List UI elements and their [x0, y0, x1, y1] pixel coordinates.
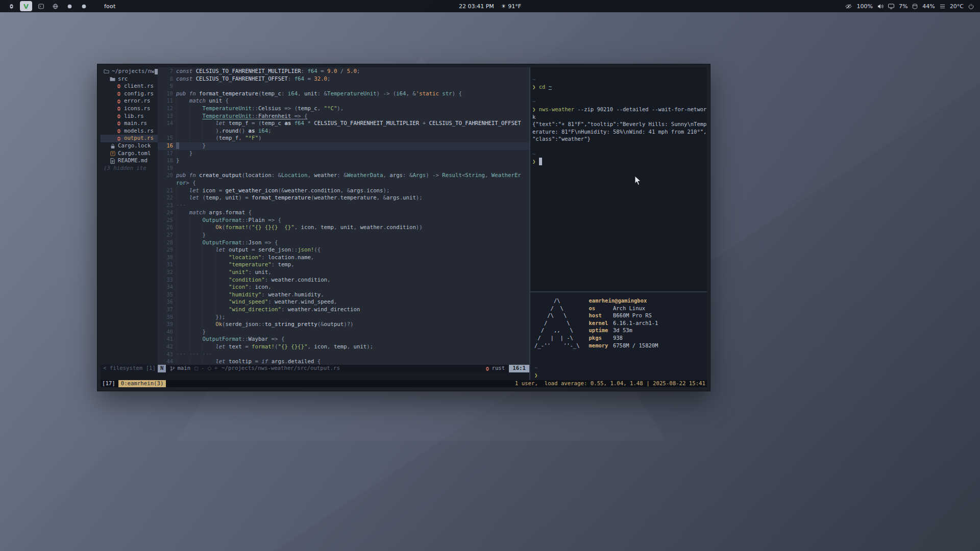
- code-line[interactable]: 27 }: [158, 232, 529, 239]
- rust-icon: [116, 129, 121, 134]
- gear-icon: [9, 4, 14, 9]
- code-line[interactable]: 21 let icon = get_weather_icon(&weather.…: [158, 187, 529, 195]
- code-line[interactable]: ror> {: [158, 180, 529, 187]
- tmux-window-tab[interactable]: 0:eamrhein(3): [118, 380, 166, 388]
- code-line[interactable]: 26 Ok(format!("{} {}{} {}", icon, temp, …: [158, 224, 529, 232]
- workspace-button[interactable]: [77, 0, 91, 12]
- fetch-title: eamrhein@gamingbox: [589, 297, 658, 305]
- code-line[interactable]: 36 "wind_speed": weather.wind_speed,: [158, 298, 529, 306]
- nvim-cmdline[interactable]: [101, 372, 529, 380]
- fetch-info: eamrhein@gamingboxosArch LinuxhostB660M …: [589, 297, 658, 349]
- tmux-statusbar: [17] 0:eamrhein(3) 1 user, load average:…: [101, 380, 707, 387]
- code-line[interactable]: 13 TemperatureUnit::Fahrenheit => {: [158, 113, 529, 120]
- editor-pane[interactable]: 7const CELSIUS_TO_FAHRENHEIT_MULTIPLIER:…: [158, 67, 529, 365]
- code-line[interactable]: 31 "temperature": temp,: [158, 261, 529, 269]
- eye-off-icon: [845, 4, 852, 9]
- tree-item[interactable]: src: [101, 76, 158, 83]
- code-line[interactable]: 40 }: [158, 329, 529, 336]
- code-line[interactable]: 43··· ··· ···: [158, 351, 529, 359]
- terminal-line: ~: [532, 151, 706, 158]
- weather-text: ☀ 91°F: [501, 3, 521, 10]
- code-line[interactable]: 39 Ok(serde_json::to_string_pretty(&outp…: [158, 321, 529, 329]
- code-line[interactable]: 41 OutputFormat::Waybar => {: [158, 336, 529, 343]
- code-line[interactable]: ).round() as i64;: [158, 128, 529, 135]
- shell-pane[interactable]: ~❯ cd ~~❯ nws-weather --zip 90210 --deta…: [530, 67, 707, 291]
- code-line[interactable]: 12 TemperatureUnit::Celsius => (temp_c, …: [158, 105, 529, 113]
- code-line[interactable]: 19: [158, 165, 529, 172]
- status-value: 44%: [922, 3, 935, 10]
- code-line[interactable]: 23···: [158, 202, 529, 210]
- terminal-line: ❯: [534, 371, 704, 379]
- code-line[interactable]: 9: [158, 83, 529, 90]
- code-line[interactable]: 7const CELSIUS_TO_FAHRENHEIT_MULTIPLIER:…: [158, 68, 529, 76]
- code-line[interactable]: 25 OutputFormat::Plain => {: [158, 217, 529, 224]
- code-line[interactable]: 14 let temp_f = (temp_c as f64 * CELSIUS…: [158, 120, 529, 128]
- circle-icon: [67, 4, 72, 9]
- code-line[interactable]: 8const CELSIUS_TO_FAHRENHEIT_OFFSET: f64…: [158, 76, 529, 83]
- tmux-session: [17]: [102, 380, 115, 388]
- list-icon: [940, 4, 945, 9]
- rust-icon: [116, 91, 121, 96]
- code-line[interactable]: 15 (temp_f, "°F"): [158, 135, 529, 142]
- workspace-button[interactable]: [48, 0, 62, 12]
- speaker-module[interactable]: [877, 4, 884, 9]
- tree-item[interactable]: (3 hidden ite: [101, 165, 158, 172]
- display-icon: [888, 4, 894, 9]
- tree-item[interactable]: ~/projects/nw: [101, 68, 158, 76]
- folder-open-icon: [104, 69, 109, 74]
- code-line[interactable]: 20pub fn create_output(location: &Locati…: [158, 172, 529, 180]
- code-line[interactable]: 17 }: [158, 150, 529, 158]
- tree-item[interactable]: icons.rs: [101, 105, 158, 113]
- speaker-icon: [877, 4, 884, 9]
- power-module[interactable]: [968, 4, 974, 9]
- tree-item[interactable]: lib.rs: [101, 113, 158, 120]
- code-line[interactable]: 34 "icon": icon,: [158, 284, 529, 291]
- nvim-pane[interactable]: ~/projects/nwsrcclient.rsconfig.rserror.…: [101, 67, 529, 380]
- code-line[interactable]: 33 "condition": weather.condition,: [158, 277, 529, 284]
- code-line[interactable]: 37 "wind_direction": weather.wind_direct…: [158, 306, 529, 314]
- code-line[interactable]: 32 "unit": unit,: [158, 269, 529, 277]
- workspace-button[interactable]: [62, 0, 77, 12]
- terminal-output: ~❯ cd ~~❯ nws-weather --zip 90210 --deta…: [532, 68, 706, 165]
- code-line[interactable]: 10pub fn format_temperature(temp_c: i64,…: [158, 90, 529, 98]
- fetch-pane[interactable]: /\ / \ /\ \ / \ / ,, \ / | | -\ /_-'' ''…: [530, 292, 707, 380]
- code-line[interactable]: 44 let tooltip = if args.detailed {: [158, 358, 529, 365]
- disk-module[interactable]: [912, 4, 918, 9]
- code-line[interactable]: 24 match args.format {: [158, 209, 529, 217]
- cursor-position: 16:1: [509, 365, 529, 372]
- tree-item[interactable]: models.rs: [101, 128, 158, 135]
- tree-item[interactable]: Cargo.toml: [101, 150, 158, 158]
- display-module[interactable]: [888, 4, 894, 9]
- rust-icon: [116, 99, 121, 104]
- terminal-line: ❯: [532, 158, 706, 165]
- workspace-button[interactable]: [4, 0, 18, 12]
- code-line[interactable]: 30 "location": location.name,: [158, 254, 529, 262]
- workspace-button[interactable]: [34, 0, 48, 12]
- doc-icon: [110, 158, 115, 164]
- file-tree: ~/projects/nwsrcclient.rsconfig.rserror.…: [101, 68, 158, 172]
- code-line[interactable]: 29 let output = serde_json::json!({: [158, 246, 529, 254]
- workspace-button[interactable]: V: [20, 1, 32, 11]
- filetype-label: rust: [492, 365, 505, 372]
- code-line[interactable]: 38 });: [158, 314, 529, 321]
- code-line[interactable]: 42 let text = format!("{} {}{}", icon, t…: [158, 343, 529, 351]
- code-line[interactable]: 16 }: [158, 142, 529, 150]
- code-line[interactable]: 28 OutputFormat::Json => {: [158, 239, 529, 247]
- code-line[interactable]: 18}: [158, 157, 529, 165]
- tree-item[interactable]: main.rs: [101, 120, 158, 128]
- code-line[interactable]: 22 let (temp, unit) = format_temperature…: [158, 194, 529, 202]
- tree-item[interactable]: client.rs: [101, 83, 158, 90]
- eye-off-module[interactable]: [845, 4, 852, 9]
- list-module[interactable]: [940, 4, 945, 9]
- code-line[interactable]: 11 match unit {: [158, 97, 529, 105]
- tree-item[interactable]: Cargo.lock: [101, 142, 158, 150]
- code-line[interactable]: 35 "humidity": weather.humidity,: [158, 291, 529, 299]
- git-branch-label: main: [177, 365, 190, 372]
- file-explorer-pane[interactable]: ~/projects/nwsrcclient.rsconfig.rserror.…: [101, 67, 158, 365]
- clock-module[interactable]: 22 03:41 PM ☀ 91°F: [459, 3, 521, 10]
- tree-item[interactable]: output.rs: [101, 135, 158, 142]
- tree-item[interactable]: error.rs: [101, 97, 158, 105]
- fetch-info-row: hostB660M Pro RS: [589, 312, 658, 319]
- tree-item[interactable]: config.rs: [101, 90, 158, 98]
- tree-item[interactable]: README.md: [101, 157, 158, 165]
